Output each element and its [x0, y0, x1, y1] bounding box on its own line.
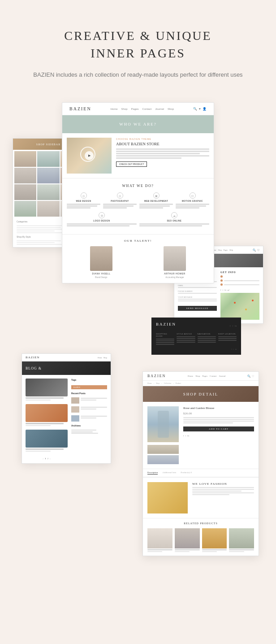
talent-title: OUR TALENT!	[67, 239, 209, 243]
list-item	[147, 528, 172, 552]
text-line	[116, 148, 209, 150]
related-products-section: RELATED PRODUCTS	[143, 518, 259, 556]
list-item	[175, 528, 200, 552]
contact-field-message: YOUR MESSAGE	[178, 296, 217, 301]
product-title: Rose and Garden Blouse	[183, 406, 254, 410]
list-item	[71, 415, 107, 422]
service-label: MOTION GRAPHIC	[182, 200, 203, 202]
nav-link: Shop	[168, 108, 174, 110]
mockup-blog-page: BAZIEN Home Shop BLOG &	[22, 353, 111, 464]
we-love-text: WE LOVE FASHION	[192, 482, 254, 513]
text-line	[183, 421, 254, 422]
recent-post-thumb	[71, 406, 79, 413]
footer-col-title: SHOP LOCATION	[218, 333, 237, 335]
orange-dot	[220, 283, 223, 286]
list-item	[37, 168, 59, 183]
field-label-message: YOUR MESSAGE	[178, 296, 217, 298]
text-line	[81, 398, 107, 399]
cta-button[interactable]: CHECK OUT PRODUCT	[116, 161, 147, 167]
footer-col-item	[177, 338, 195, 339]
related-products-title: RELATED PRODUCTS	[147, 522, 254, 525]
blog-tag-button[interactable]: BAZIEN	[71, 385, 107, 389]
related-product-image-1	[147, 528, 172, 548]
shop-detail-nav: BAZIEN Home Shop Pages Contact Journal 🔍…	[143, 372, 259, 381]
footer-col-item	[198, 336, 216, 337]
blog-nav: Home Shop	[98, 357, 107, 359]
text-line	[192, 492, 254, 493]
footer-col-item	[218, 340, 237, 341]
text-line	[192, 489, 254, 490]
service-item-web-dev: ▣ WEB DEVELOPMENT	[139, 192, 173, 209]
text-line	[81, 409, 96, 409]
info-line	[224, 280, 259, 281]
blog-recent-posts-title: Recent Posts	[71, 392, 107, 395]
recent-post-lines	[81, 397, 107, 400]
add-to-cart-button[interactable]: ADD TO CART	[183, 426, 254, 431]
contact-nav: Home Shop Pages Help	[212, 249, 233, 251]
text-line	[67, 207, 91, 209]
header-section: CREATIVE & UNIQUE INNER PAGES BAZIEN inc…	[33, 27, 242, 80]
nav-link: Shop	[121, 108, 128, 110]
we-love-image	[147, 482, 188, 513]
service-item-web-design: ◎ WEB DESIGN	[67, 192, 100, 209]
mockup-shop-detail-page: BAZIEN Home Shop Pages Contact Journal 🔍…	[142, 371, 259, 556]
shop-detail-hero-text: SHOP DETAIL	[183, 392, 219, 396]
mockup-about-page: BAZIEN Home Shop Pages Contact Journal S…	[62, 102, 214, 283]
product-thumbnails	[147, 406, 179, 464]
talent-name-1: DIANA YASELL	[92, 272, 111, 275]
recent-post-thumb	[71, 397, 79, 404]
we-love-title: WE LOVE FASHION	[192, 482, 254, 486]
footer-col-title: SHOPPING GUIDE	[156, 333, 174, 337]
archives-title: Archives	[71, 424, 107, 427]
text-line	[116, 155, 209, 157]
related-product-price	[175, 551, 190, 552]
product-info: Rose and Garden Blouse $26.00 ADD TO CAR…	[183, 406, 254, 464]
tab-description[interactable]: Description	[147, 471, 158, 474]
blog-post-image-3	[26, 430, 68, 448]
footer-col-item	[177, 336, 195, 337]
send-message-button[interactable]: SEND MESSAGE	[178, 306, 217, 311]
service-label: WEB DEVELOPMENT	[144, 200, 168, 202]
lorem-lines	[116, 148, 209, 159]
text-line	[192, 494, 229, 495]
blog-post-title	[26, 397, 64, 399]
about-content: ▶ CHOOSE BAZIEN THEME ABOUT BAZIEN STORE…	[62, 133, 214, 178]
related-product-image-4	[229, 528, 254, 548]
footer-col-item	[177, 340, 195, 341]
shop-banner-text: SHOP SIDEBAR	[36, 143, 60, 146]
footer-col-1: SHOPPING GUIDE	[156, 333, 174, 346]
text-line	[176, 205, 206, 207]
shop-detail-content: Rose and Garden Blouse $26.00 ADD TO CAR…	[143, 402, 259, 469]
related-product-image-2	[175, 528, 200, 548]
text-line	[116, 157, 181, 159]
service-desc	[139, 204, 173, 209]
shop-detail-nav-links: Home Shop Pages Contact Journal	[188, 375, 225, 377]
service-item-logo: ⊞ LOGO DESIGN	[67, 212, 137, 226]
shop-detail-nav-icons: 🔍 ♡	[247, 374, 254, 378]
text-line	[116, 153, 200, 154]
contact-nav-icons: 🔍 ♡	[253, 248, 259, 252]
blog-post-title	[26, 423, 64, 424]
list-item	[14, 201, 36, 217]
photography-icon: ◎	[117, 192, 123, 199]
footer-col-title: NAVIGATION	[198, 333, 216, 335]
footer-grid: SHOPPING GUIDE STYLE ADVICE NAVIGATION	[156, 333, 237, 346]
services-grid: ◎ WEB DESIGN ◎ PHOTOGRAPHY	[67, 192, 209, 209]
list-item	[71, 406, 107, 413]
tab-reviews[interactable]: Product(s) 0	[181, 471, 192, 474]
service-item-motion: ⊡ MOTION GRAPHIC	[176, 192, 209, 209]
get-info-title: GET INFO	[220, 271, 259, 274]
tab-additional[interactable]: Additional Info	[162, 471, 176, 474]
service-desc	[67, 204, 100, 209]
text-line	[139, 205, 170, 207]
subtitle-text: BAZIEN includes a rich collection of rea…	[33, 70, 242, 80]
text-line	[176, 204, 209, 205]
breadcrumb: Home › Shop › Collection › Product	[143, 381, 259, 386]
text-line	[192, 487, 254, 488]
text-line	[71, 433, 98, 434]
product-thumb-2	[147, 455, 179, 464]
orange-dot	[220, 279, 223, 282]
text-line	[67, 223, 137, 225]
text-line	[67, 204, 100, 205]
list-item	[229, 528, 254, 552]
